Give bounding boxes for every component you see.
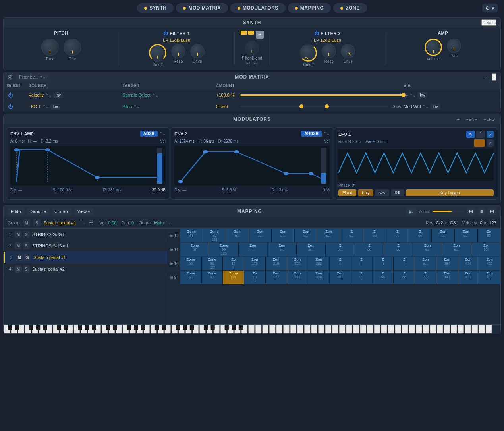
cell-10-11[interactable]: Zn (394, 257, 415, 270)
add-mod-button[interactable]: + (492, 73, 496, 81)
cell-9-11[interactable]: Zoo (394, 271, 415, 284)
mod-row2-target-chevron[interactable]: ⌃⌄ (133, 104, 140, 109)
gear-button[interactable]: ⚙ ▾ (482, 4, 498, 13)
filter1-reso-knob[interactable] (171, 44, 185, 58)
zone-row-1[interactable]: 1 M S STRINGS SUS f (4, 229, 168, 240)
lfo-mono-btn[interactable]: Mono (338, 189, 356, 196)
mod-row1-inv2[interactable]: Inv (417, 92, 427, 98)
cell-11-8[interactable]: Zoo (384, 243, 413, 256)
tune-knob[interactable] (41, 39, 59, 56)
cell-10-6[interactable]: Zon250 (287, 257, 309, 270)
cell-10-10[interactable]: Zn (373, 257, 394, 270)
cell-10-15[interactable]: Zon466 (479, 257, 500, 270)
zone-row-2[interactable]: 2 M S STRINGS SUS mf (4, 240, 168, 252)
cell-12-2[interactable]: Zonee...124 (203, 229, 226, 242)
mod-row2-via-chevron[interactable]: ⌃⌄ (422, 104, 429, 109)
cell-11-5[interactable]: Zone... (297, 243, 326, 256)
volume-knob[interactable] (425, 39, 442, 56)
mod-row1-slider[interactable] (240, 94, 404, 96)
cell-9-8[interactable]: Zon281 (330, 271, 351, 284)
cell-11-6[interactable]: Zo... (326, 243, 355, 256)
cell-12-6[interactable]: Zone... (295, 229, 318, 242)
add-lfo-button[interactable]: +LFO (482, 117, 496, 122)
cell-12-13[interactable]: Zone... (455, 229, 478, 242)
env1-type-chevron[interactable]: ⌃⌄ (159, 131, 166, 136)
mod-row1-target-chevron[interactable]: ⌃⌄ (152, 93, 158, 97)
cell-9-6[interactable]: Zon217 (287, 271, 309, 284)
cell-9-3[interactable]: Zone121 (223, 271, 244, 284)
add-env-button[interactable]: +ENV (464, 117, 479, 122)
cell-11-11[interactable]: Zo50 (471, 243, 500, 256)
zone-4-solo[interactable]: S (23, 265, 30, 273)
cell-9-9[interactable]: Zn (351, 271, 373, 284)
env2-type-chevron[interactable]: ⌃⌄ (323, 131, 330, 136)
cell-9-2[interactable]: Zone97 (202, 271, 223, 284)
cell-11-4[interactable]: Zone... (268, 243, 297, 256)
tab-mod-matrix[interactable]: MOD MATRIX (176, 3, 228, 13)
group-mute-btn[interactable]: M (23, 219, 30, 226)
filter-blend-icon2[interactable]: ⇄ (256, 31, 264, 39)
zone-2-solo[interactable]: S (23, 242, 30, 249)
view-button[interactable]: View ▾ (74, 208, 94, 215)
filter2-drive-knob[interactable] (338, 41, 358, 61)
cell-11-2[interactable]: Zone99123 (209, 243, 238, 256)
tab-modulators[interactable]: MODULATORS (230, 3, 286, 13)
piano-view-btn[interactable]: ⊞ (467, 207, 475, 215)
filter2-type-select[interactable]: LP 12dB Lush (314, 38, 341, 43)
cell-10-13[interactable]: Zon394 (436, 257, 458, 270)
cell-12-1[interactable]: Zone68 (180, 229, 203, 242)
cell-9-14[interactable]: Zon433 (458, 271, 479, 284)
mod-row2-source-chevron[interactable]: ⌃⌄ (42, 104, 49, 109)
filter2-reso-knob[interactable] (322, 44, 336, 58)
zone-2-mute[interactable]: M (15, 242, 22, 249)
zone-row-4[interactable]: 4 M S Sustain pedal #2 (4, 263, 168, 275)
details-button[interactable]: Details (481, 19, 496, 26)
zone-row-3[interactable]: 3 M S Sustain pedal #1 (4, 252, 168, 263)
remove-modulator-button[interactable]: − (455, 116, 461, 122)
cell-9-15[interactable]: Zon465 (479, 271, 500, 284)
mod-row2-inv1[interactable]: Inv (50, 104, 60, 110)
remove-mod-button[interactable]: − (482, 74, 489, 80)
list-view-btn[interactable]: ≡ (478, 207, 485, 215)
mod-row1-power[interactable]: ⏻ (7, 91, 14, 99)
pan-knob[interactable] (447, 39, 461, 53)
filter-blend-knob[interactable] (245, 41, 259, 55)
cell-10-12[interactable]: Zone... (415, 257, 436, 270)
cell-10-4[interactable]: Zon178 (244, 257, 266, 270)
mod-row2-power[interactable]: ⏻ (7, 103, 14, 110)
cell-12-12[interactable]: Zone... (432, 229, 455, 242)
cell-9-5[interactable]: Zon177 (266, 271, 287, 284)
speaker-icon-btn[interactable]: 🔈 (406, 207, 417, 215)
cell-10-14[interactable]: Zon434 (458, 257, 479, 270)
tab-zone[interactable]: ZONE (333, 3, 367, 13)
lfo-poly-btn[interactable]: Poly (358, 189, 373, 196)
cell-12-4[interactable]: Zone... (249, 229, 272, 242)
filter-select-button[interactable]: Filter by... ⌃⌄ (16, 73, 49, 81)
env2-display[interactable] (174, 146, 330, 186)
fine-knob[interactable] (64, 39, 81, 56)
cell-12-5[interactable]: Zone... (272, 229, 295, 242)
cell-9-1[interactable]: Zone65 (180, 271, 202, 284)
cell-12-11[interactable]: Zoo (409, 229, 432, 242)
mod-row1-source-chevron[interactable]: ⌃⌄ (45, 93, 52, 97)
mod-row1-via-chevron[interactable]: ⌃⌄ (409, 93, 416, 97)
zone-1-solo[interactable]: S (23, 231, 30, 238)
filter2-cutoff-knob[interactable] (299, 44, 317, 62)
zone-button[interactable]: Zone ▾ (52, 208, 72, 215)
sortable-icon[interactable]: ☰ (89, 220, 93, 226)
lfo-triangle-btn[interactable]: ⌃ (476, 131, 485, 138)
edit-button[interactable]: Edit ▾ (8, 208, 25, 215)
cell-10-9[interactable]: Zn (351, 257, 373, 270)
cell-9-7[interactable]: Zon249 (308, 271, 330, 284)
cell-10-3[interactable]: Zo154 (223, 257, 244, 270)
cell-10-5[interactable]: Zon218 (266, 257, 287, 270)
env1-display[interactable] (10, 146, 166, 186)
cell-12-14[interactable]: Zo50 (478, 229, 500, 242)
mod-row2-inv2[interactable]: Inv (430, 104, 440, 110)
cell-11-1[interactable]: Zone67 (180, 243, 209, 256)
group-name-chevron[interactable]: ⌃⌄ (79, 221, 86, 225)
filter1-drive-knob[interactable] (190, 44, 205, 58)
zone-1-mute[interactable]: M (15, 231, 22, 238)
cell-11-9[interactable]: Zone... (413, 243, 442, 256)
cell-12-8[interactable]: Zo... (340, 229, 363, 242)
